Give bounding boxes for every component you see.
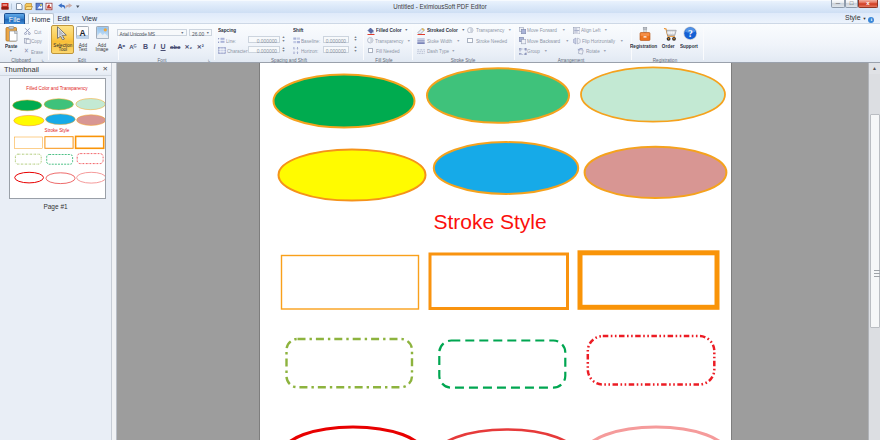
svg-text:Filled Color and Transparency: Filled Color and Transparency (26, 86, 88, 91)
svg-text:Stroke Style: Stroke Style (433, 210, 546, 233)
svg-text:Stroke Style: Stroke Style (45, 128, 70, 133)
svg-text:?: ? (688, 29, 693, 39)
svg-text:A: A (80, 28, 86, 38)
